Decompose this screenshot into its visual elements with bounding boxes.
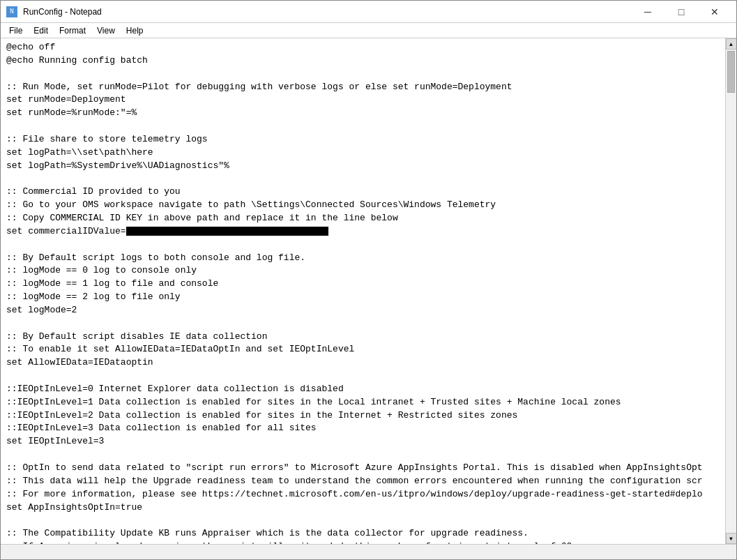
- menu-bar: FileEditFormatViewHelp: [1, 23, 736, 38]
- menu-item-edit[interactable]: Edit: [28, 24, 54, 37]
- editor-area: @echo off @echo Running config batch :: …: [1, 38, 736, 544]
- window-title: RunConfig - Notepad: [23, 7, 102, 17]
- title-bar: N RunConfig - Notepad ─ □ ✕: [1, 1, 736, 23]
- menu-item-view[interactable]: View: [91, 24, 121, 37]
- maximize-button[interactable]: □: [665, 2, 697, 22]
- menu-item-format[interactable]: Format: [54, 24, 91, 37]
- scrollbar-thumb[interactable]: [727, 51, 735, 93]
- editor-content[interactable]: @echo off @echo Running config batch :: …: [1, 38, 725, 544]
- status-bar: [1, 544, 736, 559]
- minimize-button[interactable]: ─: [632, 2, 664, 22]
- app-icon: N: [6, 6, 17, 17]
- redacted-value: [126, 227, 328, 236]
- scrollbar-track[interactable]: [726, 50, 736, 533]
- menu-item-help[interactable]: Help: [121, 24, 149, 37]
- main-window: N RunConfig - Notepad ─ □ ✕ FileEditForm…: [0, 0, 737, 560]
- title-bar-controls: ─ □ ✕: [632, 2, 731, 22]
- title-bar-left: N RunConfig - Notepad: [6, 6, 102, 17]
- scroll-down-button[interactable]: ▼: [726, 533, 737, 544]
- close-button[interactable]: ✕: [699, 2, 731, 22]
- scroll-up-button[interactable]: ▲: [726, 38, 737, 50]
- editor-text: @echo off @echo Running config batch :: …: [6, 41, 720, 544]
- vertical-scrollbar[interactable]: ▲ ▼: [725, 38, 736, 544]
- menu-item-file[interactable]: File: [3, 24, 28, 37]
